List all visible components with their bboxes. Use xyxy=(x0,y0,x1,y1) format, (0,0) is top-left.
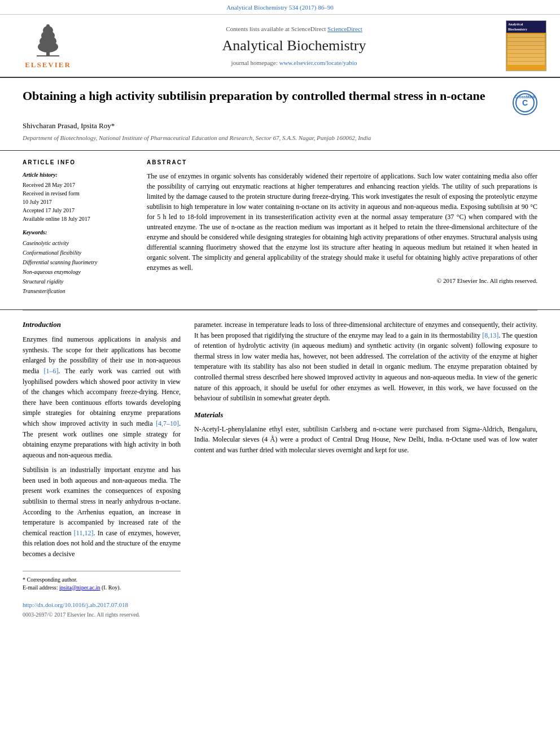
keyword-2: Conformational flexibility xyxy=(23,248,135,257)
journal-url[interactable]: www.elsevier.com/locate/yabio xyxy=(279,59,357,66)
journal-name: Analytical Biochemistry xyxy=(90,36,498,56)
email-suffix: (I. Roy). xyxy=(102,584,121,591)
doi-section: http://dx.doi.org/10.1016/j.ab.2017.07.0… xyxy=(23,596,181,620)
corresponding-label: * Corresponding author. xyxy=(23,576,77,583)
journal-cover: Analytical Biochemistry xyxy=(504,20,549,71)
intro-para1: Enzymes find numerous applications in an… xyxy=(23,334,181,460)
keyword-1: Caseinolytic activity xyxy=(23,238,135,248)
article-title: Obtaining a high activity subtilisin pre… xyxy=(23,88,537,115)
cover-decoration xyxy=(506,33,546,71)
doi-link-container: http://dx.doi.org/10.1016/j.ab.2017.07.0… xyxy=(23,600,158,610)
abstract-column: ABSTRACT The use of enzymes in organic s… xyxy=(147,159,537,302)
crossmark-svg: C CrossMark xyxy=(515,93,535,113)
received-date: Received 28 May 2017 xyxy=(23,181,135,189)
svg-rect-1 xyxy=(37,55,59,56)
history-label: Article history: xyxy=(23,171,135,179)
sciencedirect-text: Contents lists available at ScienceDirec… xyxy=(90,25,498,33)
crossmark-badge: C CrossMark xyxy=(513,90,537,115)
revised-date: 10 July 2017 xyxy=(23,198,135,206)
abstract-heading: ABSTRACT xyxy=(147,159,537,167)
keyword-3: Differential scanning fluorimetry xyxy=(23,257,135,267)
ref-11-12[interactable]: [11,12] xyxy=(74,529,94,537)
main-left-column: Introduction Enzymes find numerous appli… xyxy=(23,320,181,620)
received-revised-label: Received in revised form xyxy=(23,189,135,198)
copyright-text: © 2017 Elsevier Inc. All rights reserved… xyxy=(147,276,537,286)
keyword-4: Non-aqueous enzymology xyxy=(23,267,135,277)
svg-rect-7 xyxy=(47,28,49,31)
materials-heading: Materials xyxy=(194,409,537,421)
corresponding-author-note: * Corresponding author. xyxy=(23,576,181,584)
email-footnote: E-mail address: ipsita@niper.ac.in (I. R… xyxy=(23,584,181,592)
sciencedirect-link[interactable]: ScienceDirect xyxy=(327,25,362,32)
affiliation: Department of Biotechnology, National In… xyxy=(23,134,537,142)
article-title-text: Obtaining a high activity subtilisin pre… xyxy=(23,88,507,104)
elsevier-logo: ELSEVIER xyxy=(11,22,85,70)
ref-4-7-10[interactable]: [4,7–10] xyxy=(156,420,179,427)
introduction-body: Enzymes find numerous applications in an… xyxy=(23,334,181,559)
abstract-paragraph: The use of enzymes in organic solvents h… xyxy=(147,171,537,273)
main-right-column: parameter. increase in temperature leads… xyxy=(194,320,537,620)
intro-para2: Subtilisin is an industrially important … xyxy=(23,465,181,559)
article-history: Article history: Received 28 May 2017 Re… xyxy=(23,171,135,223)
journal-homepage: journal homepage: www.elsevier.com/locat… xyxy=(90,59,498,67)
article-info-abstract-section: ARTICLE INFO Article history: Received 2… xyxy=(0,151,560,310)
journal-header: ELSEVIER Contents lists available at Sci… xyxy=(0,15,560,78)
authors: Shivcharan Prasad, Ipsita Roy* xyxy=(23,121,537,131)
main-content-section: Introduction Enzymes find numerous appli… xyxy=(0,311,560,629)
author-email[interactable]: ipsita@niper.ac.in xyxy=(59,584,100,591)
ref-1-6[interactable]: [1–6] xyxy=(44,367,59,375)
journal-reference: Analytical Biochemistry 534 (2017) 86–90 xyxy=(0,0,560,15)
svg-point-6 xyxy=(46,24,50,28)
right-para1: parameter. increase in temperature leads… xyxy=(194,320,537,404)
ref-8-13[interactable]: [8,13] xyxy=(482,331,498,339)
svg-text:CrossMark: CrossMark xyxy=(515,95,535,99)
elsevier-wordmark: ELSEVIER xyxy=(25,60,71,70)
elsevier-logo-section: ELSEVIER xyxy=(11,22,85,70)
article-info-heading: ARTICLE INFO xyxy=(23,159,135,167)
abstract-text: The use of enzymes in organic solvents h… xyxy=(147,171,537,286)
authors-text: Shivcharan Prasad, Ipsita Roy* xyxy=(23,121,115,130)
footnote-section: * Corresponding author. E-mail address: … xyxy=(23,571,181,592)
elsevier-tree-icon xyxy=(25,22,71,59)
issn-text: 0003-2697/© 2017 Elsevier Inc. All right… xyxy=(23,611,158,619)
keywords-section: Keywords: Caseinolytic activity Conforma… xyxy=(23,229,135,296)
email-label: E-mail address: xyxy=(23,584,58,591)
svg-text:C: C xyxy=(522,98,528,107)
affiliation-text: Department of Biotechnology, National In… xyxy=(23,134,371,141)
available-date: Available online 18 July 2017 xyxy=(23,215,135,223)
accepted-date: Accepted 17 July 2017 xyxy=(23,206,135,215)
introduction-heading: Introduction xyxy=(23,320,181,330)
keywords-list: Caseinolytic activity Conformational fle… xyxy=(23,238,135,296)
article-title-section: Obtaining a high activity subtilisin pre… xyxy=(0,78,560,151)
materials-para: N-Acetyl-L-phenylalanine ethyl ester, su… xyxy=(194,424,537,456)
journal-citation: Analytical Biochemistry 534 (2017) 86–90 xyxy=(226,4,333,11)
keywords-label: Keywords: xyxy=(23,229,135,237)
cover-image: Analytical Biochemistry xyxy=(506,20,546,71)
journal-title-section: Contents lists available at ScienceDirec… xyxy=(90,25,498,67)
crossmark-icon: C CrossMark xyxy=(513,90,537,115)
doi-link[interactable]: http://dx.doi.org/10.1016/j.ab.2017.07.0… xyxy=(23,601,128,608)
keyword-5: Structural rigidity xyxy=(23,277,135,286)
right-column-body: parameter. increase in temperature leads… xyxy=(194,320,537,456)
keyword-6: Transesterification xyxy=(23,286,135,296)
article-info-column: ARTICLE INFO Article history: Received 2… xyxy=(23,159,135,302)
